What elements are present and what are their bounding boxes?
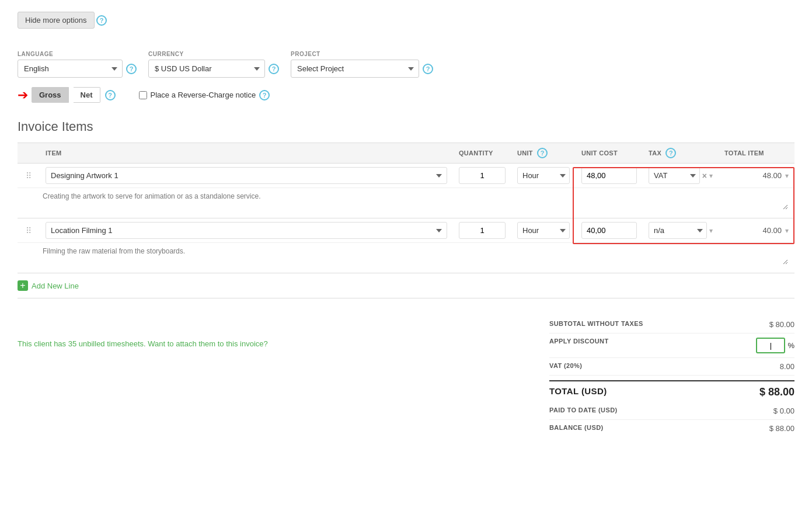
quantity-input-2[interactable] xyxy=(459,222,506,239)
balance-label: BALANCE (USD) xyxy=(549,424,604,433)
unit-cost-input-1[interactable] xyxy=(581,167,637,184)
discount-input-wrapper: % xyxy=(756,338,794,353)
total-chevron-2[interactable]: ▾ xyxy=(785,227,789,235)
timesheets-notice: This client has 35 unbilled timesheets. … xyxy=(18,339,538,348)
currency-select[interactable]: $ USD US Dollar € EUR Euro £ GBP British… xyxy=(148,60,265,78)
total-row: TOTAL (USD) $ 88.00 xyxy=(549,381,794,402)
unit-select-1[interactable]: Hour xyxy=(517,167,570,184)
totals-full: SUBTOTAL WITHOUT TAXES $ 80.00 APPLY DIS… xyxy=(549,316,794,437)
add-new-line-button[interactable]: + Add New Line xyxy=(18,280,79,291)
th-tax: TAX ? xyxy=(643,143,719,164)
discount-label: APPLY DISCOUNT xyxy=(549,338,609,353)
unit-cost-cell-1 xyxy=(576,164,643,188)
hide-options-label: Hide more options xyxy=(25,16,87,25)
total-item-cell-1: 48.00 ▾ xyxy=(719,164,794,188)
paid-label: PAID TO DATE (USD) xyxy=(549,407,618,415)
discount-row: APPLY DISCOUNT % xyxy=(549,334,794,358)
subtotal-label: SUBTOTAL WITHOUT TAXES xyxy=(549,320,643,329)
help-icon-reverse-charge[interactable]: ? xyxy=(259,90,270,100)
balance-value: $ 88.00 xyxy=(769,424,794,433)
invoice-table: ITEM QUANTITY UNIT ? UNIT COST TAX ? TOT… xyxy=(18,143,794,273)
unit-cost-input-2[interactable] xyxy=(581,222,637,239)
invoice-items-body: ⠿ Designing Artwork 1 Hour xyxy=(18,164,794,273)
totals-section: SUBTOTAL WITHOUT TAXES $ 80.00 APPLY DIS… xyxy=(549,310,794,437)
plus-icon: + xyxy=(18,280,28,291)
desc-textarea-1[interactable]: Creating the artwork to serve for animat… xyxy=(41,190,789,210)
item-name-cell-1: Designing Artwork 1 xyxy=(40,164,453,188)
drag-handle-cell-2: ⠿ xyxy=(18,218,40,243)
hide-options-button[interactable]: Hide more options xyxy=(18,12,95,29)
table-row-desc-1: Creating the artwork to serve for animat… xyxy=(18,188,794,218)
red-arrow-indicator: ➔ xyxy=(18,88,28,103)
total-value-1: 48.00 xyxy=(762,171,782,180)
th-drag xyxy=(18,143,40,164)
drag-handle-cell: ⠿ xyxy=(18,164,40,188)
help-icon-project[interactable]: ? xyxy=(423,64,433,74)
quantity-input-1[interactable] xyxy=(459,167,506,184)
total-item-wrapper-1: 48.00 ▾ xyxy=(724,171,789,180)
tax-cell-2: n/a VAT ▾ xyxy=(643,218,719,243)
reverse-charge-area: Place a Reverse-Charge notice ? xyxy=(139,90,270,100)
language-field-row: English German French Spanish ? xyxy=(18,60,137,78)
total-label: TOTAL (USD) xyxy=(549,386,607,398)
quantity-cell-2 xyxy=(453,218,511,243)
project-field-group: PROJECT Select Project ? xyxy=(291,51,433,78)
net-button[interactable]: Net xyxy=(74,87,100,103)
language-field-group: LANGUAGE English German French Spanish ? xyxy=(18,51,137,78)
total-chevron-1[interactable]: ▾ xyxy=(785,172,789,180)
unit-cost-cell-2 xyxy=(576,218,643,243)
total-item-wrapper-2: 40.00 ▾ xyxy=(724,226,789,235)
tax-chevron-2[interactable]: ▾ xyxy=(709,227,713,235)
item-name-cell-2: Location Filming 1 xyxy=(40,218,453,243)
tax-select-2[interactable]: n/a VAT xyxy=(649,222,707,239)
subtotal-row: SUBTOTAL WITHOUT TAXES $ 80.00 xyxy=(549,316,794,334)
th-unit-cost: UNIT COST xyxy=(576,143,643,164)
help-icon-unit[interactable]: ? xyxy=(537,148,548,158)
project-select[interactable]: Select Project xyxy=(291,60,419,78)
table-header: ITEM QUANTITY UNIT ? UNIT COST TAX ? TOT… xyxy=(18,143,794,164)
gross-net-toggle: Gross Net ? xyxy=(32,87,116,103)
balance-row: BALANCE (USD) $ 88.00 xyxy=(549,420,794,437)
vat-value: 8.00 xyxy=(780,362,794,371)
quantity-cell-1 xyxy=(453,164,511,188)
table-row-desc-2: Filming the raw material from the storyb… xyxy=(18,243,794,273)
th-item: ITEM xyxy=(40,143,453,164)
vat-label: VAT (20%) xyxy=(549,362,582,371)
paid-row: PAID TO DATE (USD) $ 0.00 xyxy=(549,402,794,420)
invoice-items-heading: Invoice Items xyxy=(18,119,794,134)
project-field-row: Select Project ? xyxy=(291,60,433,78)
discount-symbol: % xyxy=(787,341,794,350)
gross-button[interactable]: Gross xyxy=(32,87,69,103)
currency-label: CURRENCY xyxy=(148,51,279,57)
help-icon-currency[interactable]: ? xyxy=(269,64,279,74)
drag-handle-1[interactable]: ⠿ xyxy=(23,171,34,180)
reverse-charge-checkbox[interactable] xyxy=(139,91,147,99)
language-select[interactable]: English German French Spanish xyxy=(18,60,123,78)
vat-row: VAT (20%) 8.00 xyxy=(549,358,794,376)
table-row-2: ⠿ Location Filming 1 Hour xyxy=(18,218,794,243)
total-item-cell-2: 40.00 ▾ xyxy=(719,218,794,243)
currency-field-group: CURRENCY $ USD US Dollar € EUR Euro £ GB… xyxy=(148,51,279,78)
invoice-table-wrapper: ITEM QUANTITY UNIT ? UNIT COST TAX ? TOT… xyxy=(18,143,794,273)
th-unit: UNIT ? xyxy=(511,143,576,164)
table-row: ⠿ Designing Artwork 1 Hour xyxy=(18,164,794,188)
desc-textarea-2[interactable]: Filming the raw material from the storyb… xyxy=(41,245,789,265)
th-quantity: QUANTITY xyxy=(453,143,511,164)
help-icon-pricing[interactable]: ? xyxy=(105,90,116,100)
total-value-2: 40.00 xyxy=(762,226,782,235)
help-icon-tax[interactable]: ? xyxy=(665,148,676,158)
add-new-line-label: Add New Line xyxy=(32,282,79,290)
item-select-2[interactable]: Location Filming 1 xyxy=(46,222,447,239)
project-label: PROJECT xyxy=(291,51,433,57)
tax-select-1[interactable]: VAT n/a xyxy=(649,167,700,184)
discount-input[interactable] xyxy=(756,338,785,353)
help-icon-language[interactable]: ? xyxy=(126,64,137,74)
help-icon-options[interactable]: ? xyxy=(96,15,107,26)
tax-clear-1[interactable]: × xyxy=(702,171,707,180)
drag-handle-2[interactable]: ⠿ xyxy=(23,226,34,235)
subtotal-value: $ 80.00 xyxy=(769,320,794,329)
item-select-1[interactable]: Designing Artwork 1 xyxy=(46,167,447,184)
th-total-item: TOTAL ITEM xyxy=(719,143,794,164)
unit-select-2[interactable]: Hour xyxy=(517,222,570,239)
tax-chevron-1[interactable]: ▾ xyxy=(709,172,713,180)
